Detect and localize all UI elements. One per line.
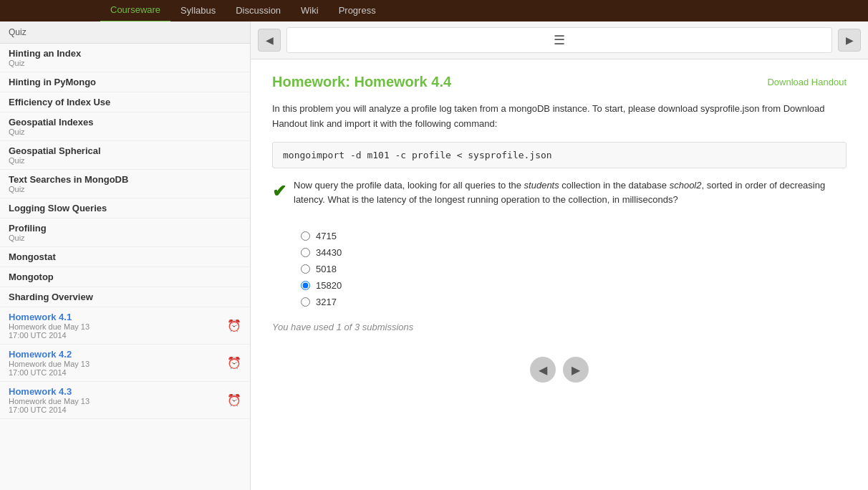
content-header: Homework: Homework 4.4 Download Handout <box>272 74 847 90</box>
sidebar-item-homework-4-2[interactable]: Homework 4.2 Homework due May 13 17:00 U… <box>0 345 250 382</box>
sidebar: Quiz Hinting an Index Quiz Hinting in Py… <box>0 21 251 490</box>
sidebar-item-homework-4-3[interactable]: Homework 4.3 Homework due May 13 17:00 U… <box>0 382 250 419</box>
option-15820[interactable]: 15820 <box>301 280 847 291</box>
alarm-icon-hw3: ⏰ <box>227 393 241 407</box>
prev-button[interactable]: ◀ <box>258 29 281 52</box>
nav-wiki[interactable]: Wiki <box>291 0 329 21</box>
sidebar-header: Quiz <box>0 21 250 44</box>
content-body: Homework: Homework 4.4 Download Handout … <box>251 59 868 411</box>
code-block: mongoimport -d m101 -c profile < sysprof… <box>272 142 847 168</box>
nav-syllabus[interactable]: Syllabus <box>170 0 226 21</box>
sidebar-item-efficiency-of-index-use[interactable]: Efficiency of Index Use <box>0 92 250 112</box>
answer-options: 4715 34430 5018 15820 3217 <box>301 231 847 307</box>
next-button[interactable]: ▶ <box>838 29 861 52</box>
alarm-icon-hw1: ⏰ <box>227 319 241 332</box>
sidebar-item-mongostat[interactable]: Mongostat <box>0 247 250 267</box>
question-text: Now query the profile data, looking for … <box>294 178 847 208</box>
nav-discussion[interactable]: Discussion <box>226 0 291 21</box>
nav-bar-middle: ☰ <box>286 27 832 53</box>
question-area: ✔ Now query the profile data, looking fo… <box>272 178 847 220</box>
sidebar-item-hinting-an-index[interactable]: Hinting an Index Quiz <box>0 44 250 72</box>
option-5018[interactable]: 5018 <box>301 264 847 274</box>
radio-4715[interactable] <box>301 231 310 241</box>
radio-5018[interactable] <box>301 264 310 274</box>
radio-34430[interactable] <box>301 248 310 257</box>
option-34430[interactable]: 34430 <box>301 247 847 258</box>
sidebar-item-homework-4-1[interactable]: Homework 4.1 Homework due May 13 17:00 U… <box>0 307 250 345</box>
sidebar-item-text-searches[interactable]: Text Searches in MongoDB Quiz <box>0 170 250 198</box>
content-title: Homework: Homework 4.4 <box>272 74 451 90</box>
checkmark-icon: ✔ <box>272 181 286 201</box>
option-3217[interactable]: 3217 <box>301 297 847 307</box>
radio-3217[interactable] <box>301 297 310 307</box>
radio-15820[interactable] <box>301 281 310 290</box>
main-content-area: ◀ ☰ ▶ Homework: Homework 4.4 Download Ha… <box>251 21 868 490</box>
nav-progress[interactable]: Progress <box>329 0 386 21</box>
content-nav-bar: ◀ ☰ ▶ <box>251 21 868 59</box>
main-layout: Quiz Hinting an Index Quiz Hinting in Py… <box>0 21 868 490</box>
sidebar-item-geospatial-indexes[interactable]: Geospatial Indexes Quiz <box>0 112 250 141</box>
submission-note: You have used 1 of 3 submissions <box>272 322 847 332</box>
alarm-icon-hw2: ⏰ <box>227 356 241 370</box>
description-1: In this problem you will analyze a profi… <box>272 102 847 132</box>
sidebar-item-logging-slow-queries[interactable]: Logging Slow Queries <box>0 198 250 218</box>
download-handout-link[interactable]: Download Handout <box>767 77 847 87</box>
bottom-prev-button[interactable]: ◀ <box>530 357 556 383</box>
sidebar-item-geospatial-spherical[interactable]: Geospatial Spherical Quiz <box>0 141 250 170</box>
option-4715[interactable]: 4715 <box>301 231 847 241</box>
bottom-next-button[interactable]: ▶ <box>563 357 589 383</box>
list-icon: ☰ <box>554 32 565 48</box>
sidebar-item-sharding-overview[interactable]: Sharding Overview <box>0 287 250 307</box>
bottom-navigation: ◀ ▶ <box>272 350 847 397</box>
nav-courseware[interactable]: Courseware <box>100 0 170 22</box>
sidebar-item-mongotop[interactable]: Mongotop <box>0 267 250 287</box>
sidebar-item-profiling[interactable]: Profiling Quiz <box>0 218 250 247</box>
top-navigation: Courseware Syllabus Discussion Wiki Prog… <box>0 0 868 21</box>
sidebar-item-hinting-in-pymongo[interactable]: Hinting in PyMongo <box>0 72 250 92</box>
